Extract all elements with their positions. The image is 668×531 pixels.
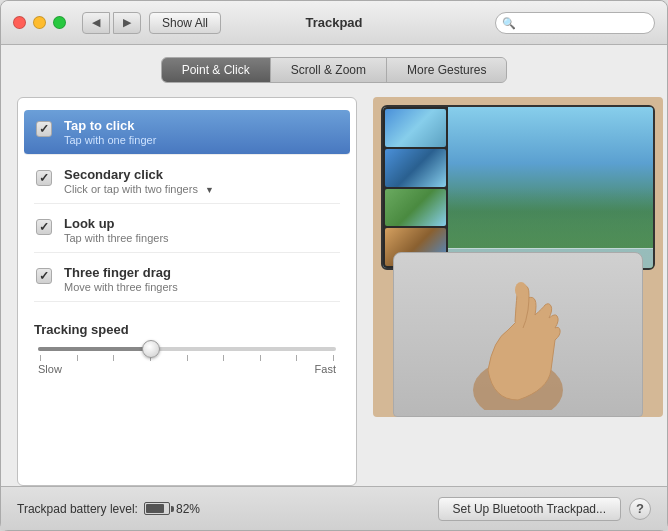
look-up-text: Look up Tap with three fingers [64,216,340,244]
tap-to-click-text: Tap to click Tap with one finger [64,118,340,146]
look-up-desc: Tap with three fingers [64,232,340,244]
battery-body [144,502,170,515]
battery-icon [144,502,170,515]
tab-scroll-zoom[interactable]: Scroll & Zoom [271,58,387,82]
fast-label: Fast [315,363,336,375]
tab-more-gestures[interactable]: More Gestures [387,58,506,82]
three-finger-drag-desc: Move with three fingers [64,281,340,293]
secondary-click-desc: Click or tap with two fingers ▼ [64,183,340,195]
battery-percent: 82% [176,502,200,516]
slider-fill [38,347,151,351]
photo-strip [383,107,448,268]
footer: Trackpad battery level: 82% Set Up Bluet… [1,486,667,530]
tick-1 [40,355,41,361]
photo-thumb-1 [385,109,446,147]
bluetooth-button[interactable]: Set Up Bluetooth Trackpad... [438,497,621,521]
battery-label: Trackpad battery level: [17,502,138,516]
close-button[interactable] [13,16,26,29]
main-photo [448,107,653,268]
photo-thumb-3 [385,189,446,227]
slow-label: Slow [38,363,62,375]
checkbox-wrap-2 [34,168,54,188]
tick-2 [77,355,78,361]
tap-to-click-checkbox[interactable] [36,121,52,137]
help-button[interactable]: ? [629,498,651,520]
kids-silhouette [448,107,653,268]
slider-ticks [38,355,336,361]
look-up-title: Look up [64,216,340,231]
battery-fill [146,504,164,513]
setting-three-finger-drag[interactable]: Three finger drag Move with three finger… [34,257,340,302]
setting-look-up[interactable]: Look up Tap with three fingers [34,208,340,253]
tracking-section: Tracking speed [34,306,340,375]
tick-6 [223,355,224,361]
hand-svg [463,280,573,410]
setting-secondary-click[interactable]: Secondary click Click or tap with two fi… [34,159,340,204]
show-all-button[interactable]: Show All [149,12,221,34]
secondary-click-title: Secondary click [64,167,340,182]
minimize-button[interactable] [33,16,46,29]
slider-labels: Slow Fast [38,363,336,375]
tick-3 [113,355,114,361]
nav-buttons: ◀ ▶ [82,12,141,34]
slider-track [38,347,336,351]
mac-screen-inner [383,107,653,268]
battery-info: Trackpad battery level: 82% [17,502,200,516]
main-content: Point & Click Scroll & Zoom More Gesture… [1,45,667,486]
three-finger-drag-title: Three finger drag [64,265,340,280]
traffic-lights [13,16,66,29]
checkbox-wrap [34,119,54,139]
secondary-click-text: Secondary click Click or tap with two fi… [64,167,340,195]
titlebar: ◀ ▶ Show All Trackpad 🔍 [1,1,667,45]
maximize-button[interactable] [53,16,66,29]
back-button[interactable]: ◀ [82,12,110,34]
photo-thumb-2 [385,149,446,187]
three-finger-drag-text: Three finger drag Move with three finger… [64,265,340,293]
tab-bar: Point & Click Scroll & Zoom More Gesture… [17,57,651,83]
settings-panel: Tap to click Tap with one finger Seconda… [17,97,357,486]
search-icon: 🔍 [502,16,516,29]
tick-8 [296,355,297,361]
window-title: Trackpad [305,15,362,30]
tick-5 [187,355,188,361]
tap-to-click-desc: Tap with one finger [64,134,340,146]
preview-area [373,97,663,486]
tab-point-click[interactable]: Point & Click [162,58,271,82]
secondary-click-checkbox[interactable] [36,170,52,186]
dropdown-arrow[interactable]: ▼ [205,185,214,195]
tracking-label: Tracking speed [34,322,340,337]
checkbox-wrap-3 [34,217,54,237]
search-input[interactable] [495,12,655,34]
checkbox-wrap-4 [34,266,54,286]
look-up-checkbox[interactable] [36,219,52,235]
trackpad-device [393,252,643,417]
tick-9 [333,355,334,361]
svg-point-1 [515,282,527,298]
window: ◀ ▶ Show All Trackpad 🔍 Point & Click Sc… [0,0,668,531]
forward-button[interactable]: ▶ [113,12,141,34]
mac-screen [381,105,655,270]
footer-right: Set Up Bluetooth Trackpad... ? [438,497,651,521]
tick-7 [260,355,261,361]
tap-to-click-title: Tap to click [64,118,340,133]
main-panel: Tap to click Tap with one finger Seconda… [17,97,651,486]
slider-thumb[interactable] [142,340,160,358]
setting-tap-to-click[interactable]: Tap to click Tap with one finger [24,110,350,155]
slider-container: Slow Fast [34,347,340,375]
tab-group: Point & Click Scroll & Zoom More Gesture… [161,57,508,83]
three-finger-drag-checkbox[interactable] [36,268,52,284]
preview-image [373,97,663,417]
search-box: 🔍 [495,12,655,34]
